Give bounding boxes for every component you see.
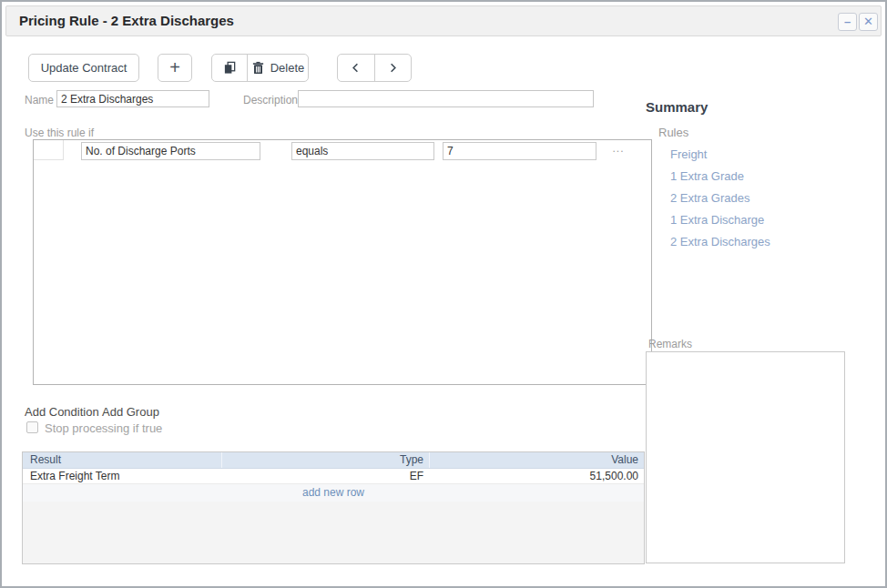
add-group-link[interactable]: Add Group — [102, 405, 159, 419]
rules-label: Rules — [658, 126, 688, 139]
copy-button[interactable] — [212, 55, 247, 81]
name-input[interactable] — [56, 90, 209, 107]
chevron-left-icon — [349, 61, 362, 75]
previous-record-button[interactable] — [338, 55, 374, 81]
rule-link-freight[interactable]: Freight — [670, 147, 707, 161]
name-label: Name — [25, 94, 54, 106]
rule-link-1-extra-grade[interactable]: 1 Extra Grade — [670, 169, 744, 183]
stop-processing-label: Stop processing if true — [45, 421, 162, 435]
table-row[interactable]: Extra Freight Term EF 51,500.00 — [23, 469, 644, 484]
plus-icon: + — [169, 57, 180, 78]
condition-row-handle[interactable] — [34, 140, 64, 160]
value-cell[interactable]: 51,500.00 — [429, 469, 644, 483]
result-cell[interactable]: Extra Freight Term — [23, 469, 221, 483]
rule-link-2-extra-grades[interactable]: 2 Extra Grades — [670, 191, 749, 205]
record-nav-button-group — [337, 54, 412, 82]
pricing-rule-dialog: Pricing Rule - 2 Extra Discharges – ✕ Up… — [0, 0, 887, 588]
use-this-rule-if-label: Use this rule if — [25, 127, 94, 139]
description-input[interactable] — [298, 90, 594, 107]
condition-more-button[interactable]: ... — [604, 142, 633, 158]
minimize-button[interactable]: – — [838, 13, 857, 31]
column-header-value: Value — [429, 452, 644, 468]
rule-link-1-extra-discharge[interactable]: 1 Extra Discharge — [670, 213, 764, 227]
chevron-right-icon — [386, 61, 400, 75]
minimize-icon: – — [844, 15, 851, 28]
copy-delete-button-group: Delete — [211, 54, 309, 82]
results-header-row: Result Type Value — [23, 452, 644, 469]
close-button[interactable]: ✕ — [859, 13, 878, 31]
condition-value-input[interactable] — [443, 142, 596, 160]
title-bar: Pricing Rule - 2 Extra Discharges – ✕ — [5, 5, 882, 36]
description-label: Description — [243, 94, 298, 106]
column-header-result: Result — [23, 452, 221, 468]
add-new-row-link[interactable]: add new row — [23, 484, 644, 502]
stop-processing-checkbox[interactable] — [26, 421, 38, 433]
remarks-textarea[interactable] — [646, 351, 845, 563]
column-header-type: Type — [221, 452, 429, 468]
next-record-button[interactable] — [374, 55, 411, 81]
rule-link-2-extra-discharges[interactable]: 2 Extra Discharges — [670, 235, 770, 248]
delete-button[interactable]: Delete — [247, 55, 308, 81]
type-cell[interactable]: EF — [221, 469, 429, 483]
condition-operator-input[interactable] — [291, 142, 434, 160]
close-icon: ✕ — [863, 15, 873, 28]
condition-panel: ... — [33, 139, 652, 385]
update-contract-label: Update Contract — [41, 61, 127, 75]
results-table: Result Type Value Extra Freight Term EF … — [22, 451, 645, 564]
page-title: Pricing Rule - 2 Extra Discharges — [6, 6, 881, 35]
add-condition-link[interactable]: Add Condition — [25, 405, 99, 419]
add-rule-button[interactable]: + — [158, 54, 192, 82]
summary-heading: Summary — [646, 99, 708, 115]
remarks-label: Remarks — [648, 338, 692, 350]
delete-label: Delete — [270, 61, 305, 75]
update-contract-button[interactable]: Update Contract — [28, 54, 139, 82]
copy-icon — [223, 61, 237, 75]
trash-icon — [251, 61, 265, 75]
condition-field-input[interactable] — [81, 142, 260, 160]
